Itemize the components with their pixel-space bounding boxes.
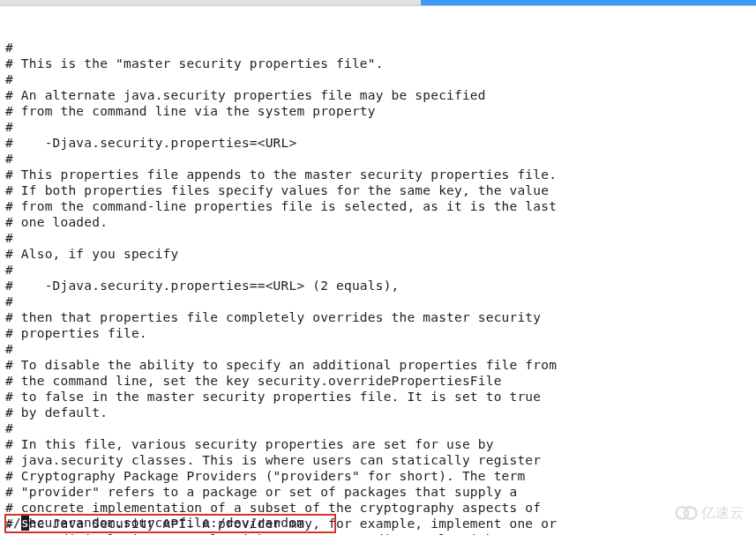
window-title-bar [0, 0, 756, 6]
file-line: # properties file. [5, 325, 751, 341]
file-line: # This is the "master security propertie… [5, 56, 751, 71]
file-line: # from the command line via the system p… [5, 103, 751, 119]
file-line: # "provider" refers to a package or set … [5, 484, 751, 500]
file-line: # [5, 40, 751, 56]
file-line: # [5, 262, 751, 278]
file-line: # from the command-line properties file … [5, 198, 751, 214]
file-line: # -Djava.security.properties==<URL> (2 e… [5, 278, 751, 294]
file-line: # If both properties files specify value… [5, 182, 751, 198]
file-line: # [5, 151, 751, 167]
file-line: # one loaded. [5, 214, 751, 230]
file-line: # [5, 420, 751, 436]
file-line: # Also, if you specify [5, 246, 751, 262]
file-line: # to false in the master security proper… [5, 389, 751, 405]
command-prefix: :/ [5, 515, 21, 531]
command-line[interactable]: :/securerandom.source=file:/dev/random [0, 512, 756, 535]
file-line: # the command line, set the key security… [5, 373, 751, 389]
file-line: # This properties file appends to the ma… [5, 167, 751, 182]
editor-viewport[interactable]: ## This is the "master security properti… [0, 6, 756, 535]
file-line: # In this file, various security propert… [5, 436, 751, 452]
file-line: # then that properties file completely o… [5, 309, 751, 325]
file-line: # -Djava.security.properties=<URL> [5, 135, 751, 151]
file-content: ## This is the "master security properti… [5, 40, 751, 535]
cursor: s [21, 515, 29, 531]
file-line: # [5, 230, 751, 246]
file-line: # An alternate java.security properties … [5, 87, 751, 103]
file-line: # Cryptography Package Providers ("provi… [5, 468, 751, 484]
file-line: # by default. [5, 405, 751, 420]
file-line: # [5, 294, 751, 309]
file-line: # [5, 119, 751, 135]
command-query: ecurerandom.source=file:/dev/random [29, 515, 305, 531]
file-line: # To disable the ability to specify an a… [5, 357, 751, 373]
file-line: # java.security classes. This is where u… [5, 452, 751, 468]
file-line: # [5, 71, 751, 87]
file-line: # [5, 341, 751, 357]
